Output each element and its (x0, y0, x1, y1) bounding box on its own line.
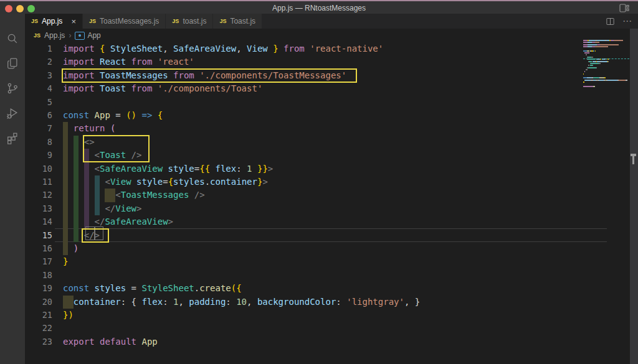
js-file-icon: JS (172, 18, 179, 24)
minimap-line-segment (597, 40, 605, 41)
tab-app-js[interactable]: JSApp.js× (25, 14, 83, 29)
minimap-line-segment (593, 65, 593, 66)
split-editor-icon[interactable] (606, 17, 615, 26)
tab-toast-js[interactable]: JSToast.js (213, 14, 262, 29)
line-number: 2 (25, 55, 52, 68)
breadcrumb-item-app-js[interactable]: JSApp.js (34, 31, 65, 40)
code-line-5[interactable]: 5 (25, 96, 638, 109)
tab-label: ToastMessages.js (100, 17, 159, 26)
search-icon[interactable] (0, 26, 25, 51)
line-number: 17 (25, 255, 52, 268)
symbol-icon (75, 32, 85, 40)
code-text: } (63, 255, 68, 268)
run-and-debug-icon[interactable] (0, 101, 25, 126)
minimap-line-segment (586, 54, 587, 55)
code-text: </SafeAreaView> (63, 215, 173, 228)
source-control-icon[interactable] (0, 76, 25, 101)
minimap-line-segment (583, 46, 588, 47)
tab-bar: JSApp.js×JSToastMessages.jsJStoast.jsJST… (25, 14, 638, 29)
code-text: const App = () => { (63, 109, 163, 122)
minimap-line-segment (583, 73, 584, 75)
js-file-icon: JS (219, 18, 226, 24)
code-text: return ( (63, 122, 115, 135)
code-line-14[interactable]: 14 </SafeAreaView> (25, 215, 638, 228)
code-line-11[interactable]: 11 <View style={styles.container}> (25, 175, 638, 189)
editor-actions: ⋯ (606, 14, 638, 29)
code-line-21[interactable]: 21}) (25, 309, 638, 322)
minimap-line-segment (600, 44, 618, 45)
code-line-7[interactable]: 7 return ( (25, 122, 638, 135)
js-file-icon: JS (31, 18, 38, 24)
more-actions-icon[interactable]: ⋯ (622, 16, 632, 27)
scrollbar-track[interactable] (630, 29, 638, 364)
minimap-line-segment (614, 40, 623, 41)
title-bar: App.js — RNtoastMessages (0, 0, 638, 14)
code-line-13[interactable]: 13 </View> (25, 202, 638, 215)
annotation-highlight-box (82, 228, 109, 243)
annotation-highlight-box (83, 135, 150, 162)
window-title: App.js — RNtoastMessages (0, 4, 638, 12)
code-line-20[interactable]: 20 container: { flex: 1, padding: 10, ba… (25, 296, 638, 309)
tab-close-icon[interactable]: × (71, 17, 76, 26)
minimap-line-segment (586, 69, 588, 70)
code-line-22[interactable]: 22 (25, 322, 638, 335)
minimap-line-segment (591, 63, 599, 64)
code-line-6[interactable]: 6const App = () => { (25, 109, 638, 122)
tab-label: toast.js (183, 17, 206, 26)
extensions-icon[interactable] (0, 126, 25, 151)
minimap-line-segment (607, 80, 617, 81)
code-line-17[interactable]: 17} (25, 255, 638, 268)
code-line-19[interactable]: 19const styles = StyleSheet.create({ (25, 282, 638, 295)
vscode-window: App.js — RNtoastMessages JSApp.js×JSToas… (0, 0, 638, 364)
line-number: 19 (25, 282, 52, 295)
code-line-10[interactable]: 10 <SafeAreaView style={{ flex: 1 }}> (25, 162, 638, 175)
code-text: import React from 'react' (63, 55, 194, 68)
minimap-line-segment (608, 61, 609, 62)
minimap-line-segment (593, 86, 595, 87)
code-text: import Toast from './components/Toast' (63, 82, 262, 95)
code-text: import { StyleSheet, SafeAreaView, View … (63, 42, 383, 55)
line-number: 13 (25, 202, 52, 215)
line-number: 21 (25, 309, 52, 322)
annotation-highlight-box (62, 68, 357, 83)
code-line-18[interactable]: 18 (25, 269, 638, 282)
minimap-line-segment (595, 42, 599, 43)
code-editor[interactable]: 1import { StyleSheet, SafeAreaView, View… (25, 42, 638, 364)
code-text: const styles = StyleSheet.create({ (63, 282, 242, 295)
code-line-12[interactable]: 12 <ToastMessages /> (25, 189, 638, 202)
explorer-icon[interactable] (0, 51, 25, 76)
minimap-line-segment (589, 40, 596, 41)
minimap-line-segment (599, 63, 601, 64)
line-number: 5 (25, 96, 52, 109)
minimap-line-segment (583, 40, 588, 41)
code-text: <View style={styles.container}> (63, 175, 268, 189)
code-line-23[interactable]: 23export default App (25, 335, 638, 348)
minimap-line-segment (588, 86, 593, 87)
minimap-line-segment (583, 44, 588, 45)
code-line-4[interactable]: 4import Toast from './components/Toast' (25, 82, 638, 95)
breadcrumb-item-app[interactable]: App (75, 31, 100, 40)
code-text: <ToastMessages /> (63, 189, 205, 202)
code-line-1[interactable]: 1import { StyleSheet, SafeAreaView, View… (25, 42, 638, 55)
tab-toastmessages-js[interactable]: JSToastMessages.js (83, 14, 166, 29)
breadcrumb-label: App (87, 31, 100, 40)
code-text: export default App (63, 335, 158, 348)
line-number: 18 (25, 269, 52, 282)
minimap-line-segment (583, 42, 588, 43)
code-line-16[interactable]: 16 ) (25, 242, 638, 255)
line-number: 23 (25, 335, 52, 348)
activity-bar (0, 14, 25, 364)
tab-label: App.js (42, 17, 62, 26)
minimap[interactable] (583, 40, 629, 164)
minimap-line-segment (583, 86, 588, 87)
code-text: <SafeAreaView style={{ flex: 1 }}> (63, 162, 273, 175)
minimap-line-segment (589, 52, 589, 54)
line-number: 10 (25, 162, 52, 175)
code-text: </View> (63, 202, 141, 215)
minimap-line-segment (605, 77, 606, 78)
tab-toast-js[interactable]: JStoast.js (166, 14, 213, 29)
line-number: 12 (25, 189, 52, 202)
scrollbar-marker-stem (632, 156, 634, 164)
code-line-2[interactable]: 2import React from 'react' (25, 55, 638, 68)
code-line-15[interactable]: 15 </> (25, 229, 638, 242)
